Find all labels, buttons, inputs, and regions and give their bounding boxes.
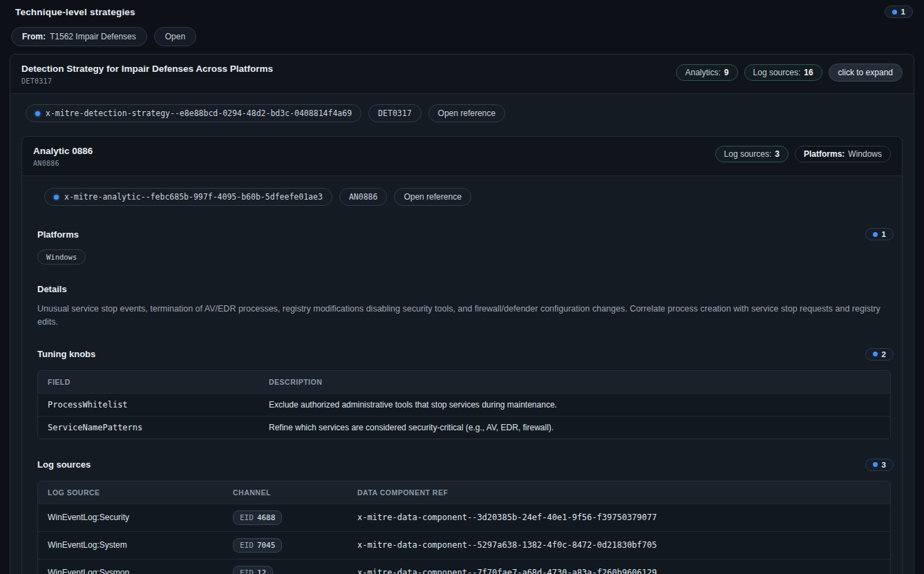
platforms-section-title: Platforms — [37, 229, 79, 240]
log-source-cell: WinEventLog:Security — [38, 504, 223, 531]
details-section-header: Details — [37, 284, 891, 294]
ref-dot-icon — [35, 111, 40, 116]
strategy-card-header: Detection Strategy for Impair Defenses A… — [10, 55, 914, 94]
tuning-description-cell: Exclude authorized administrative tools … — [259, 393, 890, 416]
eid-badge: EID 12 — [233, 566, 273, 574]
analytic-id-chip: AN0886 — [339, 188, 388, 206]
strategy-ref-chip[interactable]: x-mitre-detection-strategy--e8e88bcd-029… — [26, 104, 361, 122]
data-component-ref-cell: x-mitre-data-component--5297a638-1382-4f… — [348, 531, 890, 559]
analytics-count-badge: Analytics: 9 — [676, 64, 737, 81]
strategy-pills-row: x-mitre-detection-strategy--e8e88bcd-029… — [10, 94, 914, 126]
page-header: Technique-level strategies 1 — [10, 4, 914, 18]
eid-badge: EID 4688 — [233, 510, 282, 525]
channel-cell: EID 7045 — [223, 531, 348, 559]
from-row: From: T1562 Impair Defenses Open — [11, 27, 914, 46]
logsources-table-header-row: LOG SOURCE CHANNEL DATA COMPONENT REF — [38, 481, 890, 504]
column-header-log-source: LOG SOURCE — [38, 481, 223, 504]
analytic-platforms-label: Platforms: — [804, 149, 845, 159]
analytic-logsources-label: Log sources: — [724, 149, 772, 159]
column-header-data-component-ref: DATA COMPONENT REF — [348, 481, 890, 504]
tuning-field-cell: ProcessWhitelist — [38, 393, 259, 416]
ref-dot-icon — [54, 195, 59, 200]
count-dot-icon — [873, 352, 878, 356]
channel-cell: EID 12 — [223, 559, 348, 574]
tuning-table: FIELD DESCRIPTION ProcessWhitelist Exclu… — [37, 370, 891, 439]
table-row: WinEventLog:System EID 7045 x-mitre-data… — [38, 531, 890, 559]
strategies-count-value: 1 — [901, 8, 905, 16]
column-header-channel: CHANNEL — [223, 481, 348, 504]
count-dot-icon — [873, 462, 878, 467]
details-text: Unusual service stop events, termination… — [37, 303, 891, 329]
strategy-ref-value: x-mitre-detection-strategy--e8e88bcd-029… — [46, 108, 352, 118]
details-section-title: Details — [37, 284, 67, 294]
tuning-count-value: 2 — [882, 350, 886, 358]
platform-pill-windows: Windows — [37, 249, 86, 265]
analytic-title-block: Analytic 0886 AN0886 — [33, 146, 93, 167]
channel-cell: EID 4688 — [223, 504, 348, 531]
expand-button[interactable]: click to expand — [829, 64, 903, 82]
analytics-label: Analytics: — [685, 68, 720, 77]
open-button[interactable]: Open — [154, 27, 196, 46]
log-source-cell: WinEventLog:System — [38, 531, 223, 559]
page-title: Technique-level strategies — [15, 7, 135, 17]
from-label: From: — [22, 32, 46, 41]
analytic-header-badges: Log sources: 3 Platforms: Windows — [715, 146, 891, 162]
tuning-section-title: Tuning knobs — [37, 349, 95, 359]
analytic-pills-row: x-mitre-analytic--febc685b-997f-4095-b60… — [33, 176, 891, 209]
logsources-section-count-badge: 3 — [865, 459, 894, 471]
logsources-section-title: Log sources — [37, 459, 91, 470]
from-technique-pill[interactable]: From: T1562 Impair Defenses — [11, 27, 147, 46]
logsources-section-header: Log sources 3 — [37, 459, 891, 471]
logsources-count-badge: Log sources: 16 — [744, 64, 822, 81]
analytics-count: 9 — [724, 68, 729, 77]
strategy-title: Detection Strategy for Impair Defenses A… — [21, 64, 273, 74]
tuning-table-header-row: FIELD DESCRIPTION — [38, 371, 890, 394]
logsources-table: LOG SOURCE CHANNEL DATA COMPONENT REF Wi… — [37, 481, 891, 574]
analytic-open-reference-button[interactable]: Open reference — [394, 188, 471, 206]
analytic-logsources-count: 3 — [775, 149, 780, 159]
data-component-ref-cell: x-mitre-data-component--3d20385b-24ef-40… — [348, 504, 890, 531]
table-row: WinEventLog:Security EID 4688 x-mitre-da… — [38, 504, 890, 531]
tuning-description-cell: Refine which services are considered sec… — [259, 416, 890, 439]
logsources-label: Log sources: — [753, 68, 801, 77]
analytic-card: Analytic 0886 AN0886 Log sources: 3 Plat… — [21, 136, 903, 574]
column-header-field: FIELD — [38, 371, 259, 394]
platforms-count-badge: 1 — [865, 228, 894, 240]
column-header-description: DESCRIPTION — [259, 371, 890, 394]
platforms-section-header: Platforms 1 — [37, 228, 891, 240]
analytic-platforms-value: Windows — [848, 149, 882, 159]
strategy-header-badges: Analytics: 9 Log sources: 16 click to ex… — [676, 64, 903, 82]
from-technique-value: T1562 Impair Defenses — [50, 32, 136, 41]
analytic-card-header: Analytic 0886 AN0886 Log sources: 3 Plat… — [22, 137, 902, 176]
strategy-title-block: Detection Strategy for Impair Defenses A… — [21, 64, 273, 85]
strategies-count-badge: 1 — [885, 6, 913, 18]
table-row: ProcessWhitelist Exclude authorized admi… — [38, 393, 890, 416]
strategy-id: DET0317 — [21, 77, 273, 85]
analytic-id: AN0886 — [33, 160, 93, 167]
page: Technique-level strategies 1 From: T1562… — [0, 0, 924, 574]
platforms-count-value: 1 — [882, 230, 886, 238]
logsources-count: 16 — [804, 68, 813, 77]
strategy-card: Detection Strategy for Impair Defenses A… — [10, 54, 914, 574]
analytic-ref-chip[interactable]: x-mitre-analytic--febc685b-997f-4095-b60… — [44, 188, 332, 206]
strategy-open-reference-button[interactable]: Open reference — [428, 104, 505, 122]
eid-badge: EID 7045 — [233, 538, 282, 553]
tuning-section-header: Tuning knobs 2 — [37, 348, 891, 361]
analytic-body: x-mitre-analytic--febc685b-997f-4095-b60… — [22, 176, 902, 574]
analytic-platforms-badge: Platforms: Windows — [795, 146, 891, 162]
count-dot-icon — [873, 232, 878, 237]
table-row: ServiceNamePatterns Refine which service… — [38, 416, 890, 439]
analytic-logsources-badge: Log sources: 3 — [715, 146, 789, 162]
analytic-ref-value: x-mitre-analytic--febc685b-997f-4095-b60… — [64, 192, 323, 202]
logsources-section-count-value: 3 — [882, 461, 886, 469]
data-component-ref-cell: x-mitre-data-component--7f70fae7-a68d-47… — [348, 559, 890, 574]
tuning-field-cell: ServiceNamePatterns — [38, 416, 259, 439]
count-dot-icon — [892, 10, 897, 15]
analytic-title: Analytic 0886 — [33, 146, 93, 156]
table-row: WinEventLog:Sysmon EID 12 x-mitre-data-c… — [38, 559, 890, 574]
log-source-cell: WinEventLog:Sysmon — [38, 559, 223, 574]
tuning-count-badge: 2 — [865, 348, 894, 361]
strategy-id-chip: DET0317 — [368, 104, 421, 122]
